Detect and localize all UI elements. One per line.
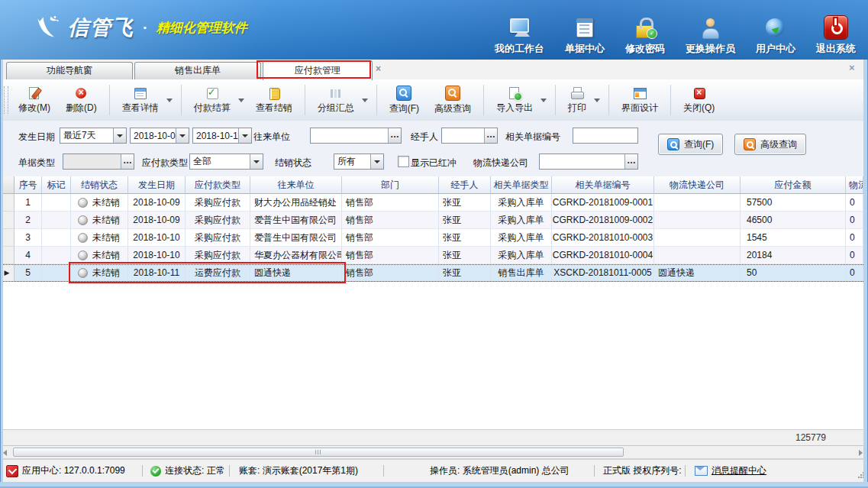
dropdown-arrow-icon[interactable] bbox=[362, 99, 368, 102]
dropdown-arrow-icon[interactable] bbox=[594, 99, 600, 102]
partner-lookup-button[interactable]: … bbox=[388, 128, 401, 143]
date-from-select[interactable]: 2018-10-04 bbox=[130, 128, 189, 144]
edit-icon bbox=[27, 86, 41, 100]
column-header[interactable]: 相关单据编号 bbox=[552, 176, 654, 194]
related-no-input[interactable] bbox=[573, 128, 638, 144]
horizontal-scrollbar[interactable] bbox=[0, 446, 868, 459]
toolbar-group-summary-button[interactable]: 分组汇总 bbox=[310, 84, 362, 116]
partner-input[interactable]: … bbox=[310, 128, 402, 144]
table-row[interactable]: 1未结销2018-10-09采购应付款财大办公用品经销处销售部张亚采购入库单CG… bbox=[0, 194, 868, 212]
dropdown-arrow-icon[interactable] bbox=[176, 128, 189, 143]
toolbar-separator bbox=[305, 85, 305, 115]
toolbar-print-button[interactable]: 打印 bbox=[560, 84, 594, 116]
show-reversed-checkbox[interactable] bbox=[398, 156, 409, 167]
table-cell: 圆通快递 bbox=[250, 264, 342, 282]
dropdown-arrow-icon[interactable] bbox=[250, 154, 263, 169]
row-indicator: ▶ bbox=[0, 264, 15, 282]
table-cell: CGRKD-20181010-0003 bbox=[552, 229, 654, 247]
advanced-query-button[interactable]: 高级查询 bbox=[734, 134, 806, 155]
table-row[interactable]: 4未结销2018-10-10采购应付款华夏办公器材有限公司销售部张亚采购入库单C… bbox=[0, 247, 868, 264]
toolbar-grip[interactable] bbox=[4, 86, 8, 114]
query-button[interactable]: 查询(F) bbox=[658, 134, 723, 155]
message-center-link[interactable]: 消息提醒中心 bbox=[712, 464, 766, 477]
column-header[interactable]: 应付金额 bbox=[741, 176, 846, 194]
tab-sales-outbound[interactable]: 销售出库单 bbox=[134, 62, 261, 79]
dropdown-arrow-icon[interactable] bbox=[113, 128, 126, 143]
nav-item-document-center[interactable]: 单据中心 bbox=[565, 17, 605, 56]
date-range-select[interactable]: 最近7天 bbox=[60, 128, 127, 144]
statusbar-message-center[interactable]: 消息提醒中心 bbox=[695, 460, 766, 482]
scroll-left-arrow-icon[interactable] bbox=[3, 450, 7, 456]
column-header[interactable]: 部门 bbox=[342, 176, 439, 194]
column-header[interactable]: 经手人 bbox=[439, 176, 491, 194]
resize-grip[interactable] bbox=[863, 472, 864, 473]
toolbar-payment-settle-button[interactable]: 付款结算 bbox=[186, 84, 238, 116]
table-cell bbox=[42, 229, 71, 247]
toolbar-close-button[interactable]: 关闭(Q) bbox=[676, 84, 722, 116]
nav-item-user-center[interactable]: 用户中心 bbox=[756, 17, 795, 56]
table-row[interactable]: ▶5未结销2018-10-11运费应付款圆通快递销售部张亚销售出库单XSCKD-… bbox=[0, 264, 868, 282]
active-tab-close-icon[interactable]: × bbox=[376, 63, 381, 74]
column-header[interactable]: 相关单据类型 bbox=[491, 176, 552, 194]
tab-function-nav[interactable]: 功能导航窗 bbox=[6, 62, 133, 79]
table-cell: 50 bbox=[741, 264, 846, 282]
column-header[interactable]: 应付款类型 bbox=[186, 176, 250, 194]
toolbar-ui-design-button[interactable]: 界面设计 bbox=[614, 84, 666, 116]
dropdown-arrow-icon[interactable] bbox=[238, 128, 251, 143]
table-cell: 采购入库单 bbox=[491, 229, 552, 247]
scrollbar-thumb[interactable] bbox=[13, 448, 624, 457]
toolbar-button-label: 查看详情 bbox=[122, 102, 159, 115]
column-header[interactable]: 物流 bbox=[846, 176, 863, 194]
date-to-select[interactable]: 2018-10-11 bbox=[192, 128, 252, 144]
handler-input[interactable]: … bbox=[441, 128, 498, 144]
handler-lookup-button[interactable]: … bbox=[484, 128, 497, 143]
table-cell: 销售部 bbox=[342, 247, 439, 264]
table-cell: 采购应付款 bbox=[186, 194, 250, 212]
dropdown-arrow-icon[interactable] bbox=[238, 99, 244, 102]
toolbar-view-settle-button[interactable]: 查看结销 bbox=[248, 84, 300, 116]
tab-payables[interactable]: 应付款管理 bbox=[263, 60, 373, 80]
column-header[interactable]: 结销状态 bbox=[71, 176, 128, 194]
settle-status-icon bbox=[78, 198, 88, 208]
doc-type-input[interactable]: … bbox=[63, 154, 134, 170]
toolbar-adv-query-button[interactable]: 高级查询 bbox=[427, 83, 479, 117]
column-header[interactable]: 序号 bbox=[15, 176, 42, 194]
table-row[interactable]: 3未结销2018-10-10采购应付款爱普生中国有限公司销售部张亚采购入库单CG… bbox=[0, 229, 868, 247]
column-header[interactable]: 标记 bbox=[42, 176, 71, 194]
toolbar-import-export-button[interactable]: 导入导出 bbox=[489, 84, 540, 116]
doc-type-lookup-button[interactable]: … bbox=[121, 154, 134, 169]
account-text: 账套: 演示账套(2017年第1期) bbox=[239, 464, 358, 477]
nav-item-change-password[interactable]: 修改密码 bbox=[625, 17, 665, 56]
tabstrip-close-icon[interactable]: × bbox=[849, 62, 855, 73]
adv-query-button-label: 高级查询 bbox=[760, 138, 797, 151]
handler-label: 经手人 bbox=[411, 131, 438, 144]
table-cell bbox=[654, 247, 741, 264]
toolbar-edit-button[interactable]: 修改(M) bbox=[11, 84, 58, 116]
exit-icon bbox=[824, 15, 848, 40]
logistics-input[interactable]: … bbox=[539, 154, 638, 170]
column-header[interactable]: 物流快递公司 bbox=[654, 176, 741, 194]
table-row[interactable]: 2未结销2018-10-09采购应付款爱普生中国有限公司销售部张亚采购入库单CG… bbox=[0, 212, 868, 229]
nav-item-my-workbench[interactable]: 我的工作台 bbox=[495, 17, 544, 56]
connection-ok-icon bbox=[150, 466, 161, 477]
payable-type-select[interactable]: 全部 bbox=[189, 154, 263, 170]
nav-item-exit-system[interactable]: 退出系统 bbox=[816, 15, 856, 56]
dropdown-arrow-icon[interactable] bbox=[370, 154, 383, 169]
logistics-lookup-button[interactable]: … bbox=[624, 154, 637, 169]
nav-item-switch-operator[interactable]: 更换操作员 bbox=[686, 17, 735, 56]
toolbar-query-button[interactable]: 查询(F) bbox=[382, 83, 427, 117]
toolbar-groups: 修改(M)删除(D)查看详情付款结算查看结销分组汇总查询(F)高级查询导入导出打… bbox=[0, 79, 868, 121]
dropdown-arrow-icon[interactable] bbox=[166, 99, 173, 102]
settle-state-label: 结销状态 bbox=[275, 157, 311, 170]
toolbar-view-detail-button[interactable]: 查看详情 bbox=[115, 84, 166, 116]
toolbar-delete-button[interactable]: 删除(D) bbox=[58, 84, 105, 116]
statusbar-app-center[interactable]: 应用中心: 127.0.0.1:7099 bbox=[6, 460, 125, 482]
table-cell: 2018-10-09 bbox=[128, 212, 186, 229]
status-bar: 应用中心: 127.0.0.1:7099 连接状态: 正常 账套: 演示账套(2… bbox=[0, 459, 868, 482]
column-header[interactable]: 往来单位 bbox=[250, 176, 342, 194]
scroll-right-arrow-icon[interactable] bbox=[859, 450, 863, 456]
dropdown-arrow-icon[interactable] bbox=[540, 99, 547, 102]
settle-state-select[interactable]: 所有 bbox=[334, 154, 384, 170]
table-cell bbox=[654, 212, 741, 229]
column-header[interactable]: 发生日期 bbox=[128, 176, 186, 194]
